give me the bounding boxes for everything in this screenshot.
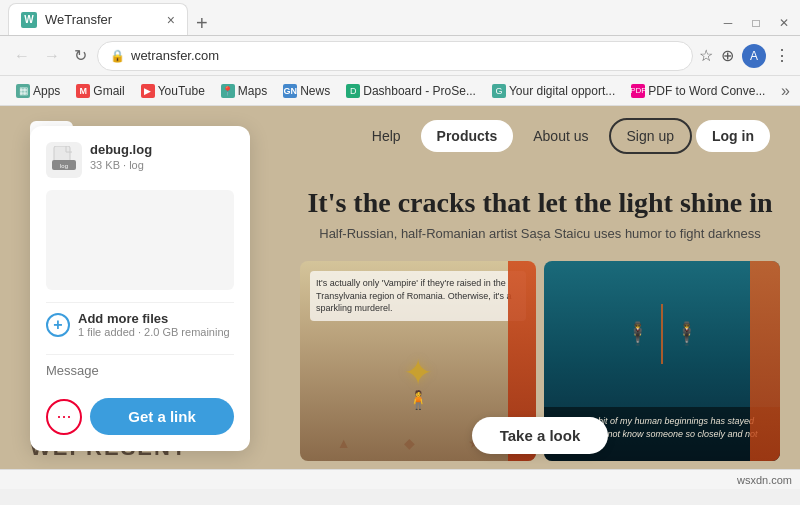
add-files-label: Add more files xyxy=(78,311,230,326)
bookmark-dashboard[interactable]: D Dashboard - ProSe... xyxy=(340,82,482,100)
bookmark-news[interactable]: GN News xyxy=(277,82,336,100)
minimize-button[interactable]: ─ xyxy=(720,15,736,31)
apps-icon: ▦ xyxy=(16,84,30,98)
take-look-button[interactable]: Take a look xyxy=(472,417,609,454)
forward-button[interactable]: → xyxy=(40,43,64,69)
sun-symbol: ✦ xyxy=(403,352,433,394)
add-files-icon[interactable]: + xyxy=(46,313,70,337)
right-top-area: 🕴 🕴 xyxy=(544,261,780,407)
browser-chrome: W WeTransfer × + ─ □ ✕ ← → ↻ 🔒 wetransfe… xyxy=(0,0,800,106)
file-info: debug.log 33 KB · log xyxy=(90,142,234,171)
nav-signup-button[interactable]: Sign up xyxy=(609,118,692,154)
bookmark-pdf[interactable]: PDF PDF to Word Conve... xyxy=(625,82,771,100)
options-button[interactable]: ··· xyxy=(46,399,82,435)
extension-icon[interactable]: ⊕ xyxy=(721,46,734,65)
get-link-button[interactable]: Get a link xyxy=(90,398,234,435)
close-window-button[interactable]: ✕ xyxy=(776,15,792,31)
upload-panel: log debug.log 33 KB · log + Add more fil… xyxy=(30,126,250,451)
file-meta: 33 KB · log xyxy=(90,159,234,171)
file-preview-area xyxy=(46,190,234,290)
file-name: debug.log xyxy=(90,142,234,157)
dots-icon: ··· xyxy=(56,406,71,427)
wt-nav: Help Products About us Sign up Log in xyxy=(356,118,770,154)
bookmark-google[interactable]: G Your digital opport... xyxy=(486,82,621,100)
news-icon: GN xyxy=(283,84,297,98)
panel-actions: ··· Get a link xyxy=(46,398,234,435)
page-content: we Help Products About us Sign up Log in… xyxy=(0,106,800,469)
add-files-section: + Add more files 1 file added · 2.0 GB r… xyxy=(46,302,234,346)
hero-subtitle: Half-Russian, half-Romanian artist Sașa … xyxy=(300,226,780,241)
bookmark-apps[interactable]: ▦ Apps xyxy=(10,82,66,100)
nav-products-button[interactable]: Products xyxy=(421,120,514,152)
address-bar[interactable]: 🔒 wetransfer.com xyxy=(97,41,693,71)
status-bar: wsxdn.com xyxy=(0,469,800,489)
add-files-info: Add more files 1 file added · 2.0 GB rem… xyxy=(78,311,230,338)
youtube-icon: ▶ xyxy=(141,84,155,98)
nav-login-button[interactable]: Log in xyxy=(696,120,770,152)
window-controls: ─ □ ✕ xyxy=(720,15,792,35)
tab-bar: W WeTransfer × + ─ □ ✕ xyxy=(0,0,800,36)
toolbar-icons: ☆ ⊕ A ⋮ xyxy=(699,44,790,68)
maps-icon: 📍 xyxy=(221,84,235,98)
bookmark-gmail[interactable]: M Gmail xyxy=(70,82,130,100)
nav-help-button[interactable]: Help xyxy=(356,120,417,152)
gmail-icon: M xyxy=(76,84,90,98)
tab-close-icon[interactable]: × xyxy=(167,12,175,28)
img-text-overlay: It's actually only 'Vampire' if they're … xyxy=(310,271,526,321)
google-icon: G xyxy=(492,84,506,98)
status-right: wsxdn.com xyxy=(737,474,792,486)
active-tab[interactable]: W WeTransfer × xyxy=(8,3,188,35)
nav-about-button[interactable]: About us xyxy=(517,120,604,152)
bookmark-youtube[interactable]: ▶ YouTube xyxy=(135,82,211,100)
message-input[interactable] xyxy=(46,354,234,386)
bookmark-maps[interactable]: 📍 Maps xyxy=(215,82,273,100)
take-look-container: Take a look xyxy=(280,417,800,454)
pdf-icon: PDF xyxy=(631,84,645,98)
back-button[interactable]: ← xyxy=(10,43,34,69)
profile-avatar[interactable]: A xyxy=(742,44,766,68)
bookmarks-more-icon[interactable]: » xyxy=(781,82,790,100)
tab-favicon: W xyxy=(21,12,37,28)
reload-button[interactable]: ↻ xyxy=(70,42,91,69)
more-icon[interactable]: ⋮ xyxy=(774,46,790,65)
maximize-button[interactable]: □ xyxy=(748,15,764,31)
bookmarks-bar: ▦ Apps M Gmail ▶ YouTube 📍 Maps GN News … xyxy=(0,76,800,106)
dashboard-icon: D xyxy=(346,84,360,98)
right-figures: 🕴 🕴 xyxy=(554,304,770,364)
url-text: wetransfer.com xyxy=(131,48,219,63)
tab-title-text: WeTransfer xyxy=(45,12,159,27)
new-tab-button[interactable]: + xyxy=(196,12,208,35)
toolbar: ← → ↻ 🔒 wetransfer.com ☆ ⊕ A ⋮ xyxy=(0,36,800,76)
file-item: log debug.log 33 KB · log xyxy=(46,142,234,178)
hero-content: It's the cracks that let the light shine… xyxy=(280,166,800,261)
figure-center: ✦ 🧍 xyxy=(403,312,433,411)
star-icon[interactable]: ☆ xyxy=(699,46,713,65)
file-icon: log xyxy=(46,142,82,178)
figure-silhouette: 🧍 xyxy=(407,389,429,411)
svg-text:log: log xyxy=(60,163,68,169)
lock-icon: 🔒 xyxy=(110,49,125,63)
add-files-sub: 1 file added · 2.0 GB remaining xyxy=(78,326,230,338)
hero-title: It's the cracks that let the light shine… xyxy=(300,186,780,220)
